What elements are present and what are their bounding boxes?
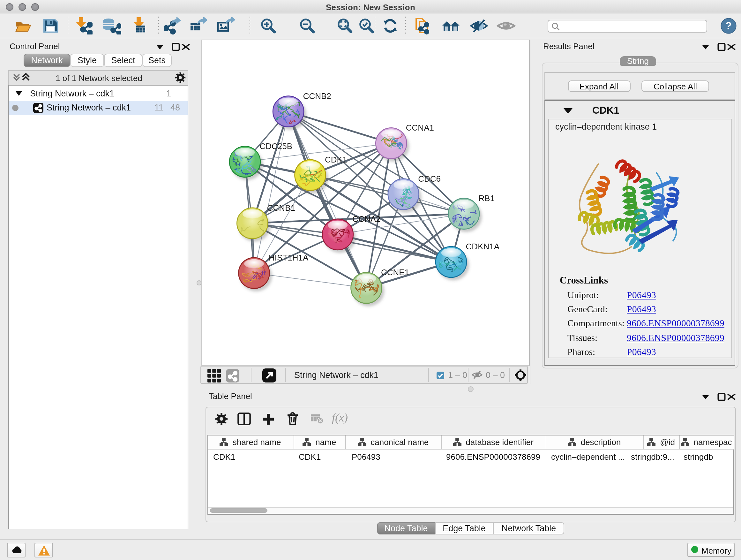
svg-text:CDKN1A: CDKN1A — [466, 242, 500, 251]
svg-text:CDC6: CDC6 — [418, 174, 441, 184]
svg-text:?: ? — [725, 19, 732, 32]
svg-text:RB1: RB1 — [479, 193, 495, 203]
svg-text:CCNB2: CCNB2 — [303, 91, 331, 101]
svg-text:CDC25B: CDC25B — [259, 141, 292, 151]
svg-text:CCNA2: CCNA2 — [352, 214, 381, 224]
svg-text:CCNB1: CCNB1 — [267, 203, 295, 212]
svg-text:CDK1: CDK1 — [325, 155, 347, 165]
svg-text:CCNE1: CCNE1 — [381, 267, 409, 277]
svg-text:HIST1H1A: HIST1H1A — [269, 253, 309, 262]
svg-text:CCNA1: CCNA1 — [406, 123, 434, 132]
